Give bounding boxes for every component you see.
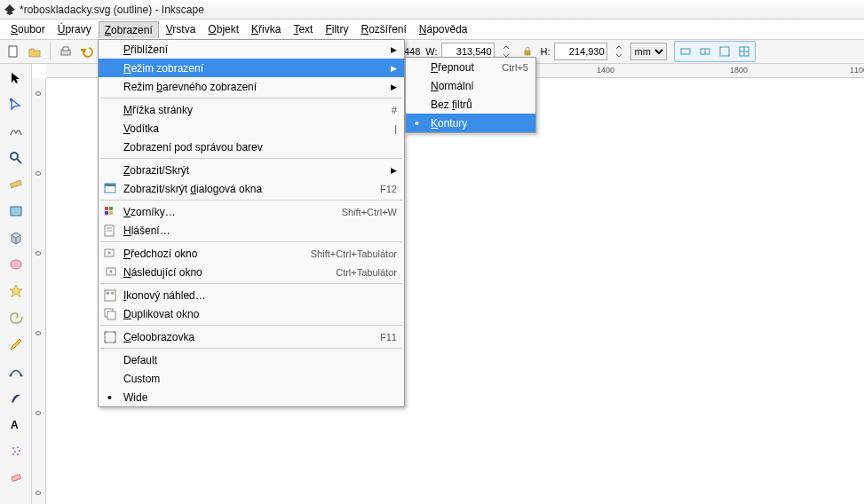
menuitem-default[interactable]: Default [99, 350, 404, 369]
menu-filtry[interactable]: Filtry [320, 21, 353, 37]
submenuitem-label: Normální [431, 80, 474, 92]
rect-tool[interactable] [2, 199, 30, 224]
menuitem-label: Wide [123, 391, 147, 404]
menuitem-label: Režim barevného zobrazení [123, 81, 257, 93]
submenuitem-norm-ln-[interactable]: Normální [406, 76, 535, 95]
svg-rect-0 [9, 46, 17, 57]
submenuitem-bez-filtr-[interactable]: Bez filtrů [406, 95, 535, 114]
svg-rect-28 [105, 184, 115, 186]
svg-rect-2 [63, 47, 68, 51]
svg-rect-43 [105, 332, 115, 343]
accel: F11 [380, 332, 397, 343]
snap-3-button[interactable] [715, 43, 734, 60]
zoom-tool[interactable] [2, 146, 30, 170]
ellipse-tool[interactable] [2, 252, 30, 277]
log-icon [104, 224, 116, 237]
titlebar: *roboskladacky.svg (outline) - Inkscape [0, 0, 864, 20]
menu-rozsireni[interactable]: Rozšíření [355, 21, 411, 37]
dialog-icon [104, 183, 116, 195]
menuitem-duplikovat-okno[interactable]: Duplikovat okno [99, 304, 404, 323]
spiral-tool[interactable] [2, 305, 30, 330]
menuitem-vod-tka[interactable]: Vodítka| [99, 119, 404, 138]
svg-rect-11 [10, 98, 12, 101]
accel: Ctrl+5 [502, 62, 528, 73]
print-button[interactable] [56, 42, 75, 61]
menuitem-hl-en-[interactable]: Hlášení… [99, 221, 404, 240]
submenu-arrow-icon: ▶ [391, 45, 397, 54]
menuitem-n-sleduj-c-okno[interactable]: Následující oknoCtrl+Tabulátor [99, 263, 404, 281]
node-tool[interactable] [2, 92, 30, 117]
h-label: H: [541, 46, 551, 57]
menuitem-m-ka-str-nky[interactable]: Mřížka stránky# [99, 100, 404, 119]
menuitem-vzorn-ky-[interactable]: Vzorníky…Shift+Ctrl+W [99, 202, 404, 221]
svg-rect-42 [107, 311, 115, 319]
menuitem-ikonov-n-hled-[interactable]: Ikonový náhled… [99, 286, 404, 304]
menu-krivka[interactable]: Křivka [246, 21, 286, 37]
submenuitem-p-epnout[interactable]: PřepnoutCtrl+5 [406, 58, 535, 76]
bullet-icon: • [107, 390, 112, 405]
svg-rect-30 [109, 207, 113, 210]
menuitem-label: Režim zobrazení [123, 62, 203, 75]
snap-4-button[interactable] [734, 43, 754, 60]
bezier-tool[interactable] [2, 358, 30, 383]
svg-rect-29 [105, 207, 108, 210]
menu-soubor[interactable]: Soubor [5, 21, 51, 37]
menuitem-zobrazit-skr-t[interactable]: Zobrazit/Skrýt▶ [99, 161, 404, 179]
tweak-tool[interactable] [2, 119, 30, 144]
menu-objekt[interactable]: Objekt [202, 21, 244, 37]
menuitem-custom[interactable]: Custom [99, 369, 404, 388]
eraser-tool[interactable] [2, 465, 30, 490]
menuitem-wide[interactable]: •Wide [99, 388, 404, 406]
menu-text[interactable]: Text [288, 21, 318, 37]
menuitem-label: Celoobrazovka [123, 331, 194, 343]
open-button[interactable] [25, 42, 44, 61]
svg-point-24 [12, 453, 14, 455]
menuitem-celoobrazovka[interactable]: CeloobrazovkaF11 [99, 327, 404, 346]
menu-upravy[interactable]: Úpravy [52, 21, 97, 37]
bullet-icon: • [415, 116, 419, 130]
svg-rect-7 [720, 47, 729, 56]
menu-zobrazeni[interactable]: Zobrazení [99, 21, 159, 38]
inkscape-logo-icon [4, 4, 16, 16]
new-button[interactable] [4, 42, 23, 61]
menuitem-zobrazit-skr-t-dialogov-okna[interactable]: Zobrazit/skrýt dialogová oknaF12 [99, 179, 404, 198]
submenuitem-label: Bez filtrů [431, 98, 472, 111]
svg-point-20 [12, 447, 14, 449]
selector-tool[interactable] [2, 66, 30, 91]
submenuitem-kontury[interactable]: •Kontury [406, 114, 535, 132]
svg-point-12 [11, 153, 18, 160]
menu-napoveda[interactable]: Nápověda [414, 21, 473, 37]
vertical-ruler: 0 0 0 0 0 0 [32, 78, 46, 504]
snap-1-button[interactable] [676, 43, 695, 60]
svg-point-23 [19, 450, 20, 452]
pencil-tool[interactable] [2, 332, 30, 357]
menuitem-zobrazen-pod-spr-vou-barev[interactable]: Zobrazení pod správou barev [99, 138, 404, 156]
toolbox: A [0, 64, 32, 504]
menuitem-p-ibl-en-[interactable]: Přiblížení▶ [99, 40, 404, 59]
menuitem-p-edchoz-okno[interactable]: Předchozí oknoShift+Ctrl+Tabulátor [99, 244, 404, 263]
menuitem-re-im-barevn-ho-zobrazen-[interactable]: Režim barevného zobrazení▶ [99, 77, 404, 96]
menuitem-label: Předchozí okno [123, 248, 197, 260]
swatch-icon [104, 206, 116, 218]
snap-2-button[interactable] [695, 43, 715, 60]
unit-select[interactable]: mm [630, 43, 667, 60]
accel: Shift+Ctrl+Tabulátor [311, 248, 397, 259]
calligraphy-tool[interactable] [2, 385, 30, 410]
menuitem-label: Ikonový náhled… [123, 289, 206, 302]
measure-tool[interactable] [2, 172, 30, 197]
menuitem-re-im-zobrazen-[interactable]: Režim zobrazení▶ [99, 59, 404, 77]
menu-vrstva[interactable]: Vrstva [161, 21, 202, 37]
svg-rect-14 [10, 180, 21, 188]
star-tool[interactable] [2, 279, 30, 303]
3dbox-tool[interactable] [2, 225, 30, 250]
height-field[interactable] [554, 43, 607, 60]
submenu-rezim-zobrazeni: PřepnoutCtrl+5NormálníBez filtrů•Kontury [405, 57, 536, 133]
spray-tool[interactable] [2, 438, 30, 463]
menubar: Soubor Úpravy Zobrazení Vrstva Objekt Kř… [0, 20, 864, 39]
text-tool[interactable]: A [2, 412, 30, 437]
svg-point-25 [17, 453, 19, 455]
undo-button[interactable] [77, 42, 97, 61]
svg-point-21 [17, 446, 19, 448]
spinner-icon-2[interactable] [609, 42, 629, 61]
svg-point-16 [11, 260, 21, 269]
